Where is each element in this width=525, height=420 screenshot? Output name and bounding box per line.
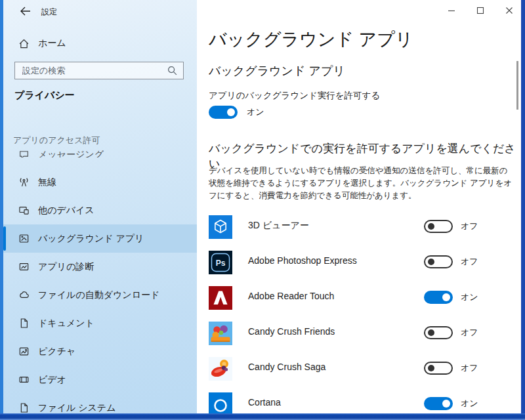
app-toggle-state: オフ (461, 256, 478, 268)
document-icon (18, 318, 30, 329)
sidebar-home-label: ホーム (38, 37, 66, 49)
app-toggle-group: オフ (424, 215, 497, 233)
home-icon (18, 38, 30, 49)
sidebar-item-label: 無線 (38, 177, 56, 188)
maximize-icon[interactable] (475, 5, 486, 16)
app-name: 3D ビューアー (232, 215, 424, 232)
app-toggle-state: オン (461, 398, 478, 410)
app-list: 3D ビューアーオフPsAdobe Photoshop ExpressオフAdo… (209, 215, 497, 420)
sidebar-item-label: ドキュメント (38, 318, 94, 329)
messaging-icon (18, 149, 30, 158)
search-input[interactable] (21, 65, 167, 76)
sidebar-group-header: アプリのアクセス許可 (13, 135, 100, 146)
sidebar: 設定 ホーム プライバシー アプリのアクセス許可 メッセージング 無線他のデバイ… (3, 0, 197, 420)
app-toggle-state: オフ (461, 220, 478, 232)
photoshop-express-tile-icon: Ps (209, 251, 232, 274)
master-toggle-state: オン (247, 106, 264, 118)
section-title: バックグラウンド アプリ (209, 63, 345, 79)
back-arrow-icon (18, 4, 33, 18)
sidebar-item[interactable]: バックグラウンド アプリ (3, 224, 197, 253)
search-icon (167, 65, 178, 76)
sidebar-item-label: ビデオ (38, 374, 66, 386)
app-toggle-group: オフ (424, 251, 497, 268)
sidebar-item[interactable]: 他のデバイス (3, 196, 197, 224)
close-icon[interactable] (504, 5, 514, 16)
sidebar-item[interactable]: ファイルの自動ダウンロード (3, 281, 197, 309)
3d-viewer-tile-icon (209, 215, 232, 239)
page-title: バックグラウンド アプリ (209, 28, 413, 51)
app-toggle[interactable] (424, 291, 453, 304)
sidebar-item[interactable]: アプリの診断 (3, 253, 197, 281)
sidebar-item[interactable]: ピクチャ (3, 337, 197, 366)
sidebar-item-label: 他のデバイス (38, 205, 94, 217)
master-toggle-row: オン (209, 106, 264, 119)
app-name: Candy Crush Saga (232, 357, 424, 372)
app-name: Adobe Photoshop Express (232, 251, 424, 266)
app-toggle[interactable] (424, 220, 453, 233)
videos-icon (18, 374, 30, 385)
app-toggle[interactable] (424, 255, 453, 268)
sidebar-item[interactable]: 無線 (3, 168, 197, 196)
app-name: Candy Crush Friends (232, 322, 424, 337)
search-box[interactable] (14, 62, 184, 79)
app-name: Adobe Reader Touch (232, 286, 424, 301)
adobe-reader-tile-icon (209, 286, 232, 310)
app-row: 3D ビューアーオフ (209, 215, 497, 251)
app-toggle[interactable] (424, 326, 453, 339)
sidebar-item[interactable]: ドキュメント (3, 309, 197, 337)
window-border-bottom (0, 413, 525, 420)
window-controls (446, 5, 514, 16)
sidebar-item-label: メッセージング (38, 149, 104, 158)
app-row: Candy Crush Sagaオフ (209, 357, 497, 392)
candy-crush-saga-tile-icon (209, 357, 232, 381)
app-toggle-group: オン (424, 392, 497, 410)
sidebar-section-title: プライバシー (14, 89, 75, 102)
sidebar-item-label: ファイル システム (38, 402, 116, 414)
file-system-icon (18, 402, 30, 413)
sidebar-item-label: バックグラウンド アプリ (38, 233, 144, 245)
window-title: 設定 (41, 7, 57, 18)
app-toggle-group: オフ (424, 322, 497, 339)
app-toggle[interactable] (424, 362, 453, 375)
cortana-tile-icon (209, 392, 232, 416)
app-diagnostics-icon (18, 261, 30, 272)
back-button[interactable] (18, 4, 33, 18)
app-toggle-state: オフ (461, 362, 478, 374)
candy-crush-friends-tile-icon (209, 322, 232, 345)
sidebar-item-home[interactable]: ホーム (3, 33, 197, 54)
sidebar-item-label: ピクチャ (38, 346, 75, 358)
master-toggle-label: アプリのバックグラウンド実行を許可する (209, 90, 380, 102)
app-name: Cortana (232, 392, 424, 408)
svg-text:Ps: Ps (216, 259, 226, 268)
cloud-download-icon (18, 289, 30, 301)
sidebar-item-clipped[interactable]: メッセージング (3, 149, 197, 158)
sidebar-item[interactable]: ビデオ (3, 366, 197, 394)
app-toggle-state: オン (461, 291, 478, 303)
radio-tower-icon (18, 177, 30, 188)
app-row: Adobe Reader Touchオン (209, 286, 497, 322)
app-toggle[interactable] (424, 397, 453, 410)
sidebar-item-label: ファイルの自動ダウンロード (38, 289, 159, 301)
window-border-right (521, 0, 525, 420)
app-toggle-group: オン (424, 286, 497, 304)
window-border-left (0, 0, 3, 420)
description-text: デバイスを使用していない時でも情報の受信や通知の送信を許可し、常に最新の状態を維… (209, 165, 513, 202)
sidebar-item-label: アプリの診断 (38, 261, 94, 273)
master-toggle[interactable] (209, 106, 238, 119)
settings-window: 設定 ホーム プライバシー アプリのアクセス許可 メッセージング 無線他のデバイ… (0, 0, 525, 420)
app-row: Candy Crush Friendsオフ (209, 322, 497, 357)
main-pane: バックグラウンド アプリ バックグラウンド アプリ アプリのバックグラウンド実行… (197, 0, 521, 420)
scrollbar[interactable] (516, 61, 518, 110)
app-row: PsAdobe Photoshop Expressオフ (209, 251, 497, 286)
app-toggle-state: オフ (461, 327, 478, 339)
app-toggle-group: オフ (424, 357, 497, 375)
pictures-icon (18, 346, 30, 357)
devices-icon (18, 205, 30, 216)
background-apps-icon (18, 233, 30, 244)
minimize-icon[interactable] (446, 5, 457, 16)
